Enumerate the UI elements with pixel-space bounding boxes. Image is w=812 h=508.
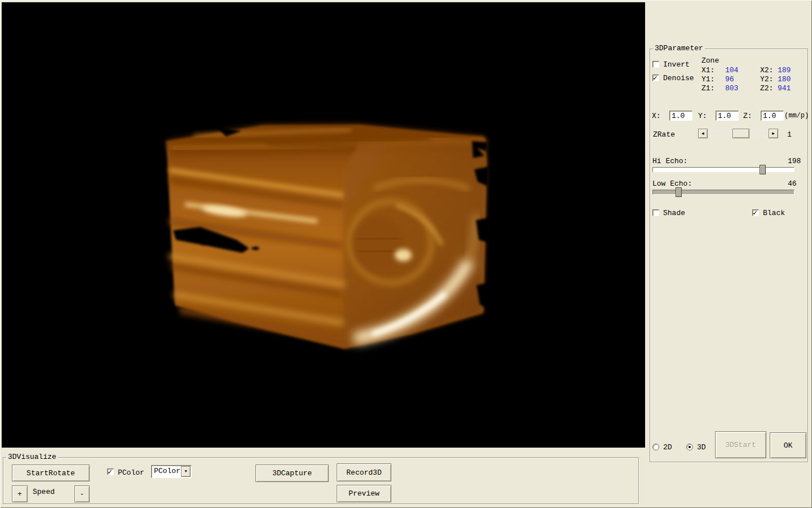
group-3dvisualize: 3DVisualize StartRotate PColor PColor ▼ …	[3, 457, 639, 504]
mode-2d-label: 2D	[663, 444, 672, 452]
capture3d-button[interactable]: 3DCapture	[255, 465, 329, 482]
zone-z2-value: 941	[778, 85, 791, 93]
pcolor-checkbox[interactable]	[107, 468, 114, 475]
zrate-scroll-left-button[interactable]: ◄	[698, 129, 708, 138]
mode-2d-radio[interactable]	[652, 444, 659, 450]
black-label: Black	[763, 209, 785, 217]
zone-z1-label: Z1:	[701, 85, 714, 93]
zone-y2-label: Y2:	[760, 76, 773, 84]
mode-3d-radio[interactable]	[686, 444, 693, 450]
low-echo-label: Low Echo:	[652, 180, 692, 188]
zone-x1-value: 104	[725, 67, 738, 75]
x-scale-label: X:	[652, 112, 661, 120]
zrate-scrollbar-thumb[interactable]	[732, 129, 749, 138]
low-echo-slider-thumb[interactable]	[676, 187, 682, 197]
record3d-button[interactable]: Record3D	[337, 463, 391, 481]
hi-echo-slider-thumb[interactable]	[760, 165, 766, 174]
group-3dparameter: 3DParameter Invert Denoise Zone X1: 104 …	[650, 49, 808, 462]
low-echo-value: 46	[788, 180, 797, 188]
zone-label: Zone	[701, 57, 719, 65]
start3d-button[interactable]: 3DStart	[715, 431, 766, 458]
zone-z1-value: 803	[725, 85, 738, 93]
hi-echo-slider-track[interactable]	[652, 167, 795, 172]
dropdown-arrow-icon: ▼	[184, 469, 187, 474]
speed-plus-button[interactable]: +	[12, 485, 28, 502]
pcolor-dropdown-button[interactable]: ▼	[181, 466, 191, 477]
black-checkbox[interactable]	[752, 209, 759, 216]
low-echo-slider-track[interactable]	[652, 190, 795, 195]
group-3dvisualize-title: 3DVisualize	[6, 453, 58, 461]
group-3dparameter-title: 3DParameter	[653, 45, 705, 52]
y-scale-field[interactable]	[716, 111, 739, 121]
pcolor-dropdown-value: PColor	[154, 467, 180, 475]
app-window: 3DParameter Invert Denoise Zone X1: 104 …	[0, 0, 812, 508]
preview-button[interactable]: Preview	[337, 485, 391, 502]
x-scale-field[interactable]	[669, 111, 692, 121]
hi-echo-value: 198	[788, 157, 801, 165]
denoise-checkbox[interactable]	[652, 75, 659, 81]
start-rotate-button[interactable]: StartRotate	[12, 465, 90, 481]
zrate-scroll-right-button[interactable]: ►	[769, 129, 778, 138]
zone-y1-label: Y1:	[701, 76, 714, 84]
scale-unit-label: (mm/p)	[784, 112, 809, 120]
zone-x2-value: 189	[778, 67, 791, 75]
shade-checkbox[interactable]	[652, 209, 659, 216]
hi-echo-label: Hi Echo:	[652, 157, 687, 165]
z-scale-label: Z:	[743, 112, 752, 120]
zrate-value: 1	[787, 131, 792, 139]
scroll-right-icon: ►	[772, 131, 775, 136]
mode-3d-label: 3D	[697, 444, 706, 452]
3d-volume-render	[2, 2, 645, 448]
zone-z2-label: Z2:	[760, 85, 773, 93]
speed-label: Speed	[33, 488, 55, 496]
zrate-scrollbar: ◄ ►	[698, 129, 778, 138]
pcolor-label: PColor	[118, 469, 144, 477]
z-scale-field[interactable]	[761, 111, 784, 121]
invert-label: Invert	[663, 61, 690, 69]
scroll-left-icon: ◄	[701, 131, 704, 136]
render-viewport[interactable]	[2, 2, 645, 448]
zone-x1-label: X1:	[701, 67, 714, 75]
ok-button[interactable]: OK	[770, 432, 806, 458]
zone-y2-value: 180	[778, 76, 791, 84]
speed-minus-button[interactable]: -	[74, 485, 90, 502]
y-scale-label: Y:	[698, 112, 707, 120]
denoise-label: Denoise	[663, 75, 694, 82]
pcolor-dropdown[interactable]: PColor ▼	[151, 465, 192, 478]
zrate-label: ZRate	[653, 131, 675, 139]
zone-x2-label: X2:	[760, 67, 773, 75]
shade-label: Shade	[663, 209, 685, 217]
invert-checkbox[interactable]	[652, 61, 659, 68]
zone-y1-value: 96	[725, 76, 734, 84]
